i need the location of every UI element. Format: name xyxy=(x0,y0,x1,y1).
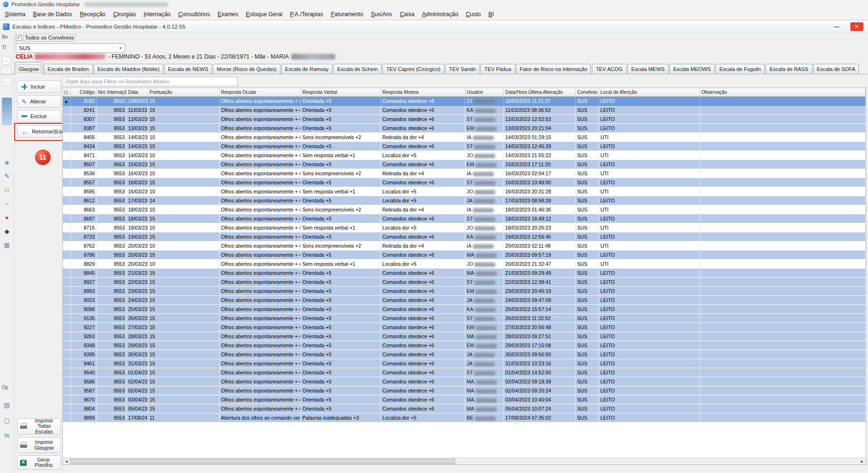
grid-row-8182[interactable]: ▶8182955310/03/2315Olhos abertos esponta… xyxy=(63,97,866,106)
grid-row-9348[interactable]: 9348955329/03/2315Olhos abertos espontan… xyxy=(63,341,866,350)
grid-row-8595[interactable]: 8595955316/03/2310Olhos abertos espontan… xyxy=(63,187,866,196)
convenio-combobox[interactable]: SUS ▾ xyxy=(16,43,125,53)
todos-convenios-checkbox[interactable]: ✓ Todos os Convênios xyxy=(16,34,75,41)
grid-row-8733[interactable]: 8733955319/03/2315Olhos abertos espontan… xyxy=(63,232,866,242)
percent-icon[interactable]: % xyxy=(2,431,12,441)
column-header-convenio[interactable]: Convênio xyxy=(576,88,599,97)
grid-row-8762[interactable]: 8762955320/03/2310Olhos abertos espontan… xyxy=(63,242,866,251)
column-header-observacao[interactable]: Observação xyxy=(700,88,866,97)
diamond-icon[interactable]: ◆ xyxy=(2,226,12,236)
tab-morse-risco-de-quedas[interactable]: Morse (Risco de Quedas) xyxy=(213,64,280,74)
tab-tev-acog[interactable]: TEV ACOG xyxy=(592,64,626,74)
grid-row-9023[interactable]: 9023955324/03/2315Olhos abertos espontan… xyxy=(63,296,866,305)
close-button[interactable]: ✕ xyxy=(850,22,863,31)
grid-row-9540[interactable]: 9540955301/04/2315Olhos abertos espontan… xyxy=(63,368,866,377)
tab-fator-de-risco-na-internacao[interactable]: Fator de Risco na Internação xyxy=(516,64,591,74)
tab-escala-de-schein[interactable]: Escala de Schein xyxy=(333,64,381,74)
grid-row-8241[interactable]: 8241955311/03/2315Olhos abertos espontan… xyxy=(63,106,866,115)
grid-row-9395[interactable]: 9395955330/03/2315Olhos abertos espontan… xyxy=(63,350,866,359)
minimize-button[interactable]: — xyxy=(830,22,843,31)
menu-item-bi[interactable]: BI xyxy=(485,10,498,19)
grid-row-8697[interactable]: 8697955318/03/2315Olhos abertos espontan… xyxy=(63,214,866,223)
scroll-left-arrow[interactable]: ◀ xyxy=(63,458,70,464)
grid-row-8387[interactable]: 8387955313/03/2315Olhos abertos espontan… xyxy=(63,124,866,133)
excluir-button[interactable]: Excluir xyxy=(17,110,61,122)
column-header-data[interactable]: Data xyxy=(127,88,148,97)
tab-tev-sandri[interactable]: TEV Sandri xyxy=(445,64,479,74)
grid-row-8612[interactable]: 8612955317/03/2314Olhos abertos espontan… xyxy=(63,196,866,205)
retornar-button[interactable]: ← Retornar(Esc) xyxy=(17,125,61,138)
menu-item-base-de-dados[interactable]: Base de Dados xyxy=(29,10,76,19)
tab-glasgow[interactable]: Glasgow xyxy=(15,62,43,74)
menu-item-estoque-geral[interactable]: Estoque Geral xyxy=(242,10,286,19)
column-header-pontuacao[interactable]: Pontuação xyxy=(148,88,219,97)
dock-button-1[interactable]: ▫ xyxy=(2,56,11,65)
grid-row-9586[interactable]: 9586955302/04/2315Olhos abertos espontan… xyxy=(63,377,866,386)
column-header-local-de-afericao[interactable]: Local de Aferição xyxy=(599,88,700,97)
column-header-resposta-motora[interactable]: Resposta Motora xyxy=(381,88,465,97)
tab-escala-de-rass[interactable]: Escala de RASS xyxy=(766,64,812,74)
grid-row-9098[interactable]: 9098955325/03/2315Olhos abertos espontan… xyxy=(63,305,866,314)
chevron-down-icon[interactable]: ▾ xyxy=(116,46,125,50)
imprimir-todas-escalas-button[interactable]: Imprimir Todas Escalas xyxy=(17,418,61,434)
tab-tev-padua[interactable]: TEV Pádua xyxy=(480,64,515,74)
menu-item-consultorios[interactable]: Consultórios xyxy=(174,10,214,19)
column-header-resposta-verbal[interactable]: Resposta Verbal xyxy=(301,88,381,97)
dock-button-3[interactable]: ▫ xyxy=(2,77,11,86)
menu-item-sus-ans[interactable]: Sus/Ans xyxy=(367,10,396,19)
menu-item-caixa[interactable]: Caixa xyxy=(396,10,419,19)
menu-item-internacao[interactable]: Internação xyxy=(140,10,175,19)
record-icon[interactable]: ● xyxy=(2,212,12,222)
grid-row-9227[interactable]: 9227955327/03/2315Olhos abertos espontan… xyxy=(63,323,866,332)
menu-item-cirurgias[interactable]: Cirurgias xyxy=(109,10,140,19)
incluir-button[interactable]: Incluir xyxy=(17,81,61,93)
menu-item-custo[interactable]: Custo xyxy=(462,10,484,19)
menu-item-sistema[interactable]: Sistema xyxy=(1,10,29,19)
grid-row-8829[interactable]: 8829955320/03/2310Olhos abertos espontan… xyxy=(63,260,866,269)
grid-row-9135[interactable]: 9135955326/03/2315Olhos abertos espontan… xyxy=(63,314,866,323)
column-header-nro-internacao[interactable]: Nro Internação xyxy=(97,88,127,97)
imprimir-glasgow-button[interactable]: Imprimir Glasgow xyxy=(17,437,61,453)
grid-row-9670[interactable]: 9670955303/04/2315Olhos abertos espontan… xyxy=(63,395,866,404)
minus-icon[interactable]: – xyxy=(2,199,12,209)
grid-row-8471[interactable]: 8471955314/03/2310Olhos abertos espontan… xyxy=(63,151,866,160)
tab-escala-de-braden[interactable]: Escala de Braden xyxy=(44,64,93,74)
tab-escala-meows[interactable]: Escala MEOWS xyxy=(669,64,715,74)
grid-row-9587[interactable]: 9587955302/04/2315Olhos abertos espontan… xyxy=(63,386,866,395)
grid-row-8663[interactable]: 8663955318/03/2310Olhos abertos espontan… xyxy=(63,205,866,214)
eraser-icon[interactable]: ▭ xyxy=(2,185,12,195)
alterar-button[interactable]: ✎ Alterar xyxy=(17,95,61,108)
clipboard-icon[interactable]: ▤ xyxy=(2,400,12,410)
grid-row-9804[interactable]: 9804955305/04/2315Olhos abertos espontan… xyxy=(63,404,866,413)
building-icon[interactable]: ▦ xyxy=(2,240,12,250)
tab-tev-caprini-cirurgico[interactable]: TEV Caprini (Cirúrgico) xyxy=(382,64,444,74)
menu-item-faturamento[interactable]: Faturamento xyxy=(327,10,367,19)
grid-row-8536[interactable]: 8536955316/03/2310Olhos abertos espontan… xyxy=(63,169,866,178)
menu-item-recepcao[interactable]: Recepção xyxy=(76,10,109,19)
grid-row-8507[interactable]: 8507955315/03/2315Olhos abertos espontan… xyxy=(63,160,866,169)
tab-escala-de-sofa[interactable]: Escala de SOFA xyxy=(813,64,859,74)
filter-input[interactable] xyxy=(62,77,238,86)
grid-row-9461[interactable]: 9461955331/03/2315Olhos abertos espontan… xyxy=(63,359,866,368)
menu-item-exames[interactable]: Exames xyxy=(214,10,242,19)
grid-row-8434[interactable]: 8434955314/03/2315Olhos abertos espontan… xyxy=(63,142,866,151)
grid-row-8993[interactable]: 8993955323/03/2315Olhos abertos espontan… xyxy=(63,287,866,296)
gerar-planilha-button[interactable]: X Gerar Planilha xyxy=(17,455,61,470)
column-header-resposta-ocular[interactable]: Resposta Ocular xyxy=(219,88,301,97)
grid-row-8786[interactable]: 8786955320/03/2315Olhos abertos espontan… xyxy=(63,251,866,260)
pencil-icon[interactable]: ✎ xyxy=(2,171,12,181)
grid-row-8405[interactable]: 8405955314/03/2310Olhos abertos espontan… xyxy=(63,133,866,142)
column-header-codigo[interactable]: Código xyxy=(71,88,97,97)
tab-escala-de-ramsay[interactable]: Escala de Ramsay xyxy=(281,64,333,74)
grid-row-9899[interactable]: 9899955317/08/2411Abertura dos olhos ao … xyxy=(63,413,866,423)
grid-row-8927[interactable]: 8927955322/03/2315Olhos abertos espontan… xyxy=(63,278,866,287)
tab-escala-de-fugulin[interactable]: Escala de Fugulin xyxy=(716,64,765,74)
document-icon[interactable]: ▢ xyxy=(2,415,12,425)
grid-row-9263[interactable]: 9263955328/03/2315Olhos abertos espontan… xyxy=(63,332,866,341)
droplet-icon[interactable]: ◈ xyxy=(2,157,12,167)
tab-escala-de-news[interactable]: Escala de NEWS xyxy=(164,64,212,74)
grid-row-8845[interactable]: 8845955321/03/2315Olhos abertos espontan… xyxy=(63,269,866,278)
checkbox-icon[interactable]: ✓ xyxy=(16,35,22,41)
horizontal-scrollbar[interactable]: ◀ ▶ xyxy=(63,458,866,464)
scroll-thumb[interactable] xyxy=(70,459,455,464)
